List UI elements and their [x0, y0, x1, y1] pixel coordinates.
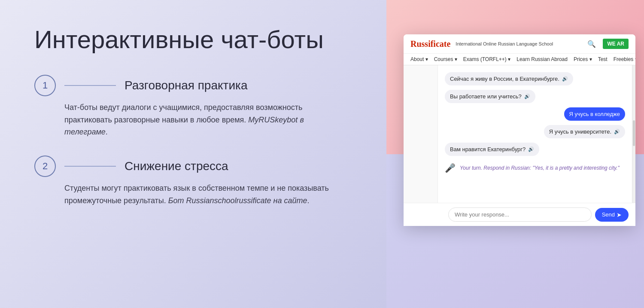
- item-description-2: Студенты могут практиковать язык в собст…: [64, 182, 331, 207]
- chat-message-5: Вам нравится Екатеринбург? 🔊: [445, 143, 625, 156]
- navbar-links: About ▾ Courses ▾ Exams (TORFL++) ▾ Lear…: [404, 53, 635, 65]
- nav-courses[interactable]: Courses ▾: [434, 56, 457, 62]
- send-button[interactable]: Send ➤: [595, 208, 629, 222]
- chat-scrollbar[interactable]: [632, 65, 635, 203]
- item-number-2: 2: [34, 156, 56, 177]
- nav-test[interactable]: Test: [598, 56, 608, 62]
- msg-text-5: Вам нравится Екатеринбург?: [450, 146, 526, 152]
- chat-message-3: Я учусь в колледже: [445, 107, 625, 121]
- item-divider: [64, 166, 116, 167]
- nav-about[interactable]: About ▾: [410, 56, 428, 62]
- send-label: Send: [602, 211, 615, 218]
- chat-area: Сейчас я живу в России, в Екатеринбурге.…: [404, 65, 635, 203]
- chat-input-area: Send ➤: [404, 203, 635, 226]
- speaker-icon[interactable]: 🔊: [562, 76, 568, 82]
- we-are-button[interactable]: WE AR: [603, 39, 629, 49]
- speaker-icon[interactable]: 🔊: [614, 129, 620, 134]
- nav-exams[interactable]: Exams (TORFL++) ▾: [463, 56, 510, 62]
- chat-message-1: Сейчас я живу в России, в Екатеринбурге.…: [445, 72, 625, 85]
- site-logo[interactable]: Russificate: [410, 39, 450, 49]
- msg-text-1: Сейчас я живу в России, в Екатеринбурге.: [450, 76, 559, 82]
- search-icon[interactable]: 🔍: [587, 40, 596, 48]
- item-header: 1 Разговорная практика: [34, 75, 352, 96]
- speaker-icon[interactable]: 🔊: [528, 146, 534, 152]
- msg-text-3: Я учусь в колледже: [569, 111, 620, 117]
- msg-text-4: Я учусь в университете.: [549, 128, 611, 135]
- browser-window: Russificate International Online Russian…: [404, 34, 635, 226]
- chat-input[interactable]: [448, 207, 592, 222]
- item-content-2: Студенты могут практиковать язык в собст…: [34, 182, 352, 207]
- scrollbar-thumb: [633, 120, 635, 146]
- list-item: 1 Разговорная практика Чат-боты ведут ди…: [34, 75, 352, 138]
- your-turn-row: 🎤 Your turn. Respond in Russian: "Yes, i…: [445, 160, 625, 176]
- navbar-top: Russificate International Online Russian…: [404, 34, 635, 53]
- msg-text-2: Вы работаете или учитесь?: [450, 93, 522, 100]
- item-title-2: Снижение стресса: [125, 159, 228, 173]
- nav-freebies[interactable]: Freebies ▾: [614, 56, 635, 62]
- bubble-received-1: Сейчас я живу в России, в Екатеринбурге.…: [445, 72, 573, 85]
- right-panel: Russificate International Online Russian…: [386, 0, 644, 308]
- chat-sidebar: [404, 65, 438, 203]
- mic-icon[interactable]: 🎤: [445, 163, 456, 173]
- item-description-1: Чат-боты ведут диалоги с учащимися, пред…: [64, 101, 331, 138]
- items-container: 1 Разговорная практика Чат-боты ведут ди…: [34, 75, 352, 207]
- left-panel: Интерактивные чат-боты 1 Разговорная пра…: [0, 0, 386, 308]
- site-tagline: International Online Russian Language Sc…: [456, 41, 553, 46]
- item-title-1: Разговорная практика: [125, 79, 247, 92]
- item-header: 2 Снижение стресса: [34, 156, 352, 177]
- bubble-sent-light: Я учусь в университете. 🔊: [544, 125, 625, 138]
- nav-learn-abroad[interactable]: Learn Russian Abroad: [516, 56, 568, 62]
- nav-prices[interactable]: Prices ▾: [574, 56, 592, 62]
- speaker-icon[interactable]: 🔊: [524, 94, 530, 99]
- chat-message-2: Вы работаете или учитесь? 🔊: [445, 90, 625, 103]
- item-content-1: Чат-боты ведут диалоги с учащимися, пред…: [34, 101, 352, 138]
- item-divider: [64, 85, 116, 86]
- bubble-received-3: Вам нравится Екатеринбург? 🔊: [445, 143, 539, 156]
- item-number-1: 1: [34, 75, 56, 96]
- chat-messages: Сейчас я живу в России, в Екатеринбурге.…: [438, 65, 632, 203]
- bubble-received-2: Вы работаете или учитесь? 🔊: [445, 90, 535, 103]
- chat-message-4: Я учусь в университете. 🔊: [445, 125, 625, 138]
- list-item: 2 Снижение стресса Студенты могут практи…: [34, 156, 352, 207]
- site-navbar: Russificate International Online Russian…: [404, 34, 635, 65]
- main-title: Интерактивные чат-боты: [34, 26, 352, 53]
- your-turn-text: Your turn. Respond in Russian: "Yes, it …: [460, 165, 620, 171]
- send-arrow-icon: ➤: [617, 211, 622, 218]
- bubble-sent-blue: Я учусь в колледже: [564, 107, 625, 121]
